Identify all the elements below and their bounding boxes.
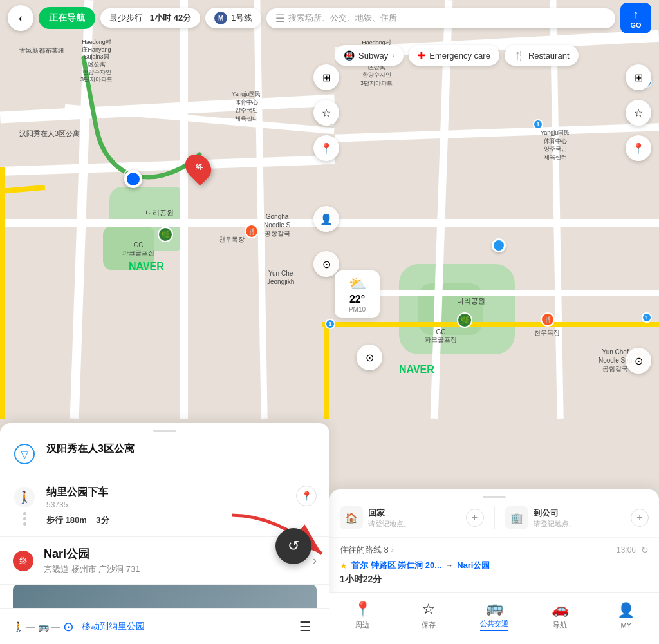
poi-park-left[interactable]: 🌿 xyxy=(158,227,173,242)
move-footer-text: 移动到纳里公园 xyxy=(82,621,145,632)
work-icon-wrap: 🏢 xyxy=(505,506,528,529)
origin-arrow-icon: ▽ xyxy=(21,448,28,460)
naver-logo-left: NAVER xyxy=(129,261,164,272)
step-action-btn[interactable]: 📍 xyxy=(296,486,317,506)
dest-icon: 终 xyxy=(13,551,33,571)
map-label-ranch-r: 천우목장 xyxy=(534,328,560,337)
my-icon: 👤 xyxy=(617,602,635,619)
route-card-header: 住往的路线 8 › 13:06 ↻ xyxy=(340,544,649,556)
navigate-icon: 🚗 xyxy=(552,601,569,618)
walking-figure-icon: 🚶 xyxy=(17,490,32,504)
origin-title: 汉阳秀在人3区公寓 xyxy=(46,442,317,456)
right-panel: 🏠 回家 请登记地点。 + 🏢 到公司 请登记地点。 + 住往的路线 8 › xyxy=(330,489,659,592)
map-label-3: 汉阳秀在人3区公寓 xyxy=(19,129,80,138)
work-subtitle: 请登记地点。 xyxy=(534,519,626,529)
target-btn-center[interactable]: ⊙ xyxy=(357,345,382,370)
map-label-park-r: 나리공원 xyxy=(457,296,485,306)
nav-status-button[interactable]: 正在导航 xyxy=(39,7,95,29)
nav-item-navigate[interactable]: 🚗 导航 xyxy=(527,601,593,630)
navigate-label: 导航 xyxy=(553,620,567,630)
refresh-icon: ↺ xyxy=(288,538,299,554)
saved-label: 保存 xyxy=(422,620,436,630)
route-card-title-text: 住往的路线 8 xyxy=(340,545,389,554)
arrow-icon-footer: ⊙ xyxy=(63,619,74,634)
route-duration: 1小时22分 xyxy=(340,574,649,585)
home-text: 回家 请登记地点。 xyxy=(368,507,461,529)
transit-icon: 🚌 xyxy=(486,600,503,616)
filter-emergency[interactable]: ✚ Emergency care xyxy=(409,45,499,66)
subway-label: Subway xyxy=(358,51,388,61)
go-label: GO xyxy=(630,21,641,29)
min-walk-label: 最少步行 xyxy=(109,13,143,23)
metro-badge-2[interactable]: 1 xyxy=(533,119,543,129)
step-content-origin: 汉阳秀在人3区公寓 xyxy=(46,442,317,456)
map-location-btn-left[interactable]: 📍 xyxy=(313,135,339,161)
home-icon: 🏠 xyxy=(345,512,358,524)
map-label-1: 古邑新都布莱纽 xyxy=(19,46,64,55)
star-icon: ★ xyxy=(340,561,348,571)
metro-badge-5[interactable]: 1 xyxy=(642,312,652,323)
transit-pill[interactable]: M 1号线 xyxy=(205,8,261,28)
step-content-walk: 纳里公园下车 53735 步行 180m 3分 xyxy=(46,486,286,526)
poi-park-right[interactable]: 🌿 xyxy=(457,312,472,328)
poi-food-left[interactable]: 🍴 xyxy=(245,224,259,238)
route-card-body: ★ 首尔 钟路区 崇仁洞 20... → Nari公园 xyxy=(340,560,649,571)
route-card-meta: 13:06 ↻ xyxy=(617,545,649,555)
step-icon-wrap-origin: ▽ xyxy=(13,442,36,464)
walk-icon: 🚶 xyxy=(14,487,35,507)
quick-dest-row: 🏠 回家 请登记地点。 + 🏢 到公司 请登记地点。 + xyxy=(330,498,659,538)
dot-line xyxy=(23,512,26,526)
route-step-walk: 🚶 纳里公园下车 53735 步行 180m 3分 📍 xyxy=(0,475,330,537)
location-pin-icon: 📍 xyxy=(301,491,312,501)
step1-walk-dist: 步行 180m xyxy=(46,515,87,525)
route-refresh-icon[interactable]: ↻ xyxy=(641,545,649,555)
map-label-4: Yangju国民体育中心양주국민체육센터 xyxy=(232,90,261,122)
nav-item-my[interactable]: 👤 MY xyxy=(593,602,659,629)
home-add-btn[interactable]: + xyxy=(466,509,484,527)
menu-button[interactable]: ☰ xyxy=(293,615,317,638)
home-title: 回家 xyxy=(368,507,461,519)
nearby-label: 周边 xyxy=(355,620,369,630)
metro-icon-top: M xyxy=(214,12,227,24)
dest-title: Nari公园 xyxy=(44,546,302,562)
step1-detail: 步行 180m 3分 xyxy=(46,515,286,526)
restaurant-label: Restaurant xyxy=(528,51,570,61)
step1-id: 53735 xyxy=(46,500,286,509)
map-bookmark-btn-right[interactable]: ☆ xyxy=(626,100,651,126)
refresh-fab[interactable]: ↺ xyxy=(275,528,311,564)
map-label-ranch: 천우목장 xyxy=(219,235,245,244)
back-button[interactable]: ‹ xyxy=(8,5,33,31)
map-location-btn-right[interactable]: 📍 xyxy=(626,135,651,161)
move-footer: 🚶 — 🚌 — ⊙ 移动到纳里公园 ☰ xyxy=(0,608,330,644)
search-menu-icon: ☰ xyxy=(275,12,284,24)
map-label-2: Haedong村庄HanyangSujain3园区公寓한양수자인3단지아파트 xyxy=(80,39,113,84)
metro-badge-4[interactable]: 1 xyxy=(325,319,335,329)
nav-item-saved[interactable]: ☆ 保存 xyxy=(395,601,461,630)
route-card-chevron: › xyxy=(391,545,393,554)
divider xyxy=(494,506,495,529)
nearby-icon: 📍 xyxy=(354,601,371,618)
restaurant-icon: 🍴 xyxy=(514,50,524,61)
bus-icon-footer: 🚌 xyxy=(38,621,49,632)
poi-food-right[interactable]: 🍴 xyxy=(541,312,555,327)
map-target-btn[interactable]: ⊙ xyxy=(313,251,339,277)
dest-text: Nari公园 京畿道 杨州市 广沙洞 731 xyxy=(44,546,302,575)
search-placeholder: 搜索场所、公交、地铁、住所 xyxy=(288,12,397,24)
work-add-btn[interactable]: + xyxy=(631,509,649,527)
route-arrow-icon: → xyxy=(445,561,453,570)
step1-walk-time: 3分 xyxy=(96,515,109,525)
filter-subway[interactable]: 🚇 Subway › xyxy=(335,45,404,66)
work-text: 到公司 请登记地点。 xyxy=(534,507,626,529)
nav-item-nearby[interactable]: 📍 周边 xyxy=(330,601,395,630)
nav-item-transit[interactable]: 🚌 公共交通 xyxy=(461,600,527,631)
route-card-time: 13:06 xyxy=(617,545,636,554)
filter-restaurant[interactable]: 🍴 Restaurant xyxy=(505,45,579,66)
map-person-btn[interactable]: 👤 xyxy=(313,206,339,232)
map-target-btn-right[interactable]: ⊙ xyxy=(626,348,651,374)
go-button[interactable]: ↑ GO xyxy=(620,3,651,33)
route-card[interactable]: 住往的路线 8 › 13:06 ↻ ★ 首尔 钟路区 崇仁洞 20... → N… xyxy=(330,538,659,592)
map-bookmark-btn-left[interactable]: ☆ xyxy=(313,100,339,126)
search-bar[interactable]: ☰ 搜索场所、公交、地铁、住所 xyxy=(266,8,615,28)
weather-pm: PM10 xyxy=(349,306,366,313)
dash-icon-2: — xyxy=(51,621,60,632)
